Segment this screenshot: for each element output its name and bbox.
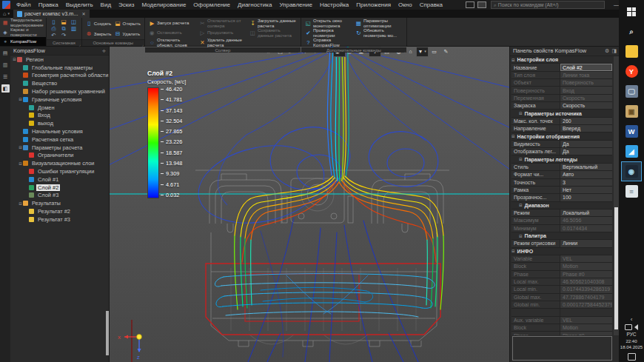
dock-panel-icon[interactable]: ◨ bbox=[611, 48, 617, 54]
property-section[interactable]: ⊟Диапазон bbox=[511, 202, 612, 210]
property-row[interactable]: Отображать лег...Да bbox=[511, 148, 612, 155]
properties-scrollbar[interactable] bbox=[614, 56, 619, 335]
remote-app[interactable]: 🖵 bbox=[622, 82, 641, 101]
tab-close-icon[interactable]: ✕ bbox=[82, 11, 86, 16]
menu-item-11[interactable]: Окно bbox=[395, 1, 416, 8]
window-preview-icon[interactable] bbox=[477, 1, 486, 8]
save-data-button[interactable]: ◫Сохранить данные расчета bbox=[249, 28, 297, 38]
menu-item-2[interactable]: Выделить bbox=[62, 1, 97, 8]
disconnect-button[interactable]: ✂Отключиться от солвера bbox=[199, 19, 246, 28]
property-row[interactable]: НазваниеСлой #2 bbox=[511, 64, 612, 71]
property-row[interactable]: ОбъектПоверхность bbox=[511, 79, 612, 87]
home-tab-button[interactable]: ⌂ ▼ bbox=[0, 10, 13, 17]
tree-panel-icon[interactable]: ◧ bbox=[1, 84, 10, 93]
property-row[interactable]: Тип слояЛинии тока bbox=[511, 72, 612, 79]
property-row[interactable]: РамкаНет bbox=[511, 187, 612, 194]
property-row[interactable]: PhasePhase #0 bbox=[511, 332, 612, 335]
group-expander-icon[interactable]: ⌟ bbox=[298, 49, 300, 53]
property-row[interactable]: РежимЛокальный bbox=[511, 210, 612, 217]
menu-item-8[interactable]: Управление bbox=[275, 1, 315, 8]
tray-expand-icon[interactable]: ‹ bbox=[631, 316, 633, 323]
property-row[interactable]: Local min.0.017443394286319 bbox=[511, 286, 612, 293]
help-button[interactable]: ?Справка KompasFlow bbox=[305, 38, 352, 47]
volume-icon[interactable] bbox=[634, 324, 638, 330]
group-expander-icon[interactable]: ⌟ bbox=[78, 42, 80, 47]
archive-app[interactable]: ▣ bbox=[622, 102, 641, 121]
tree-item[interactable]: Набор решаемых уравнений bbox=[10, 87, 109, 95]
property-section[interactable]: ⊟Настройки слоя bbox=[511, 56, 612, 64]
tree-item[interactable]: Глобальные параметры bbox=[10, 64, 109, 72]
property-row[interactable]: PhasePhase #0 bbox=[511, 271, 612, 278]
property-row[interactable]: Global min.0.00017275844523792 bbox=[511, 301, 612, 309]
collapse-icon[interactable]: ⊟ bbox=[18, 161, 23, 166]
tree-item[interactable]: Вещество bbox=[10, 79, 109, 87]
save-button[interactable]: ◫ bbox=[70, 19, 78, 25]
tree-item[interactable]: ⊟Результаты bbox=[10, 199, 109, 207]
refresh-geometry-button[interactable]: ↻Обновить геометрию мо... bbox=[355, 28, 403, 38]
run-button[interactable]: ▶Запуск расчета bbox=[149, 21, 196, 27]
params-panel-icon[interactable]: ▤ bbox=[1, 49, 10, 57]
tree-item[interactable]: Геометрия расчетной области bbox=[10, 72, 109, 80]
property-row[interactable]: Минимум0.0174434 bbox=[511, 225, 612, 232]
property-row[interactable]: Точность3 bbox=[511, 179, 612, 187]
explorer-app[interactable] bbox=[622, 42, 641, 61]
workspace-mode-1[interactable]: ◈Каркас и поверхности bbox=[0, 27, 46, 37]
frame-icon[interactable]: ▭ bbox=[429, 47, 440, 56]
property-section[interactable]: ⊟Параметры легенды bbox=[511, 155, 612, 163]
menu-item-12[interactable]: Справка bbox=[416, 1, 446, 8]
menu-item-4[interactable]: Эскиз bbox=[115, 1, 138, 8]
property-row[interactable]: Максимум46.5056 bbox=[511, 217, 612, 224]
notification-center-icon[interactable] bbox=[628, 353, 636, 361]
copy-button[interactable]: ⧉ bbox=[61, 26, 68, 32]
menu-item-1[interactable]: Правка bbox=[35, 1, 62, 8]
tree-item[interactable]: Результат #2 bbox=[10, 207, 109, 215]
annotate-icon[interactable]: ✎ bbox=[440, 47, 452, 56]
docs-button[interactable]: ▥ bbox=[70, 26, 78, 32]
tree-item[interactable]: Слой #1 bbox=[10, 175, 109, 184]
tree-item[interactable]: Ошибки триангуляции bbox=[10, 167, 109, 175]
app-logo-icon[interactable] bbox=[2, 1, 10, 9]
filter-icon[interactable]: ▼▼ bbox=[417, 47, 428, 56]
property-row[interactable]: СтильВертикальный bbox=[511, 164, 612, 171]
layers-refresh-button[interactable]: ◌Отключить обновл. слоев bbox=[149, 38, 196, 47]
workspace-mode-2[interactable]: ●KompasFlow bbox=[0, 37, 46, 46]
tree-item[interactable]: Результат #3 bbox=[10, 215, 109, 224]
3d-viewport[interactable]: X Z ⠿◳⌕▼⇱✎▼◐◉▼◎▼▣▼✥▤◍⌂▼▼▭✎ Слой #2 Скоро… bbox=[109, 46, 509, 362]
menu-item-0[interactable]: Файл bbox=[13, 1, 35, 8]
structure-panel-icon[interactable]: ▥ bbox=[1, 61, 10, 69]
property-row[interactable]: Режим отрисовкиЛинии bbox=[511, 240, 612, 247]
collapse-icon[interactable]: ⊟ bbox=[18, 97, 23, 101]
print-button[interactable]: ⎙ bbox=[50, 26, 58, 32]
language-indicator[interactable]: РУС bbox=[626, 332, 636, 337]
tree-item[interactable]: Вход bbox=[10, 112, 109, 120]
tree-item[interactable]: ⊟Параметры расчета bbox=[10, 144, 109, 152]
search-button[interactable]: ⌕ bbox=[622, 22, 641, 41]
clock-time[interactable]: 22:40 bbox=[625, 338, 637, 343]
tree-item[interactable]: ⊟Визуализационные слои bbox=[10, 159, 109, 167]
property-row[interactable]: ПеременнаяСкорость bbox=[511, 95, 612, 102]
menu-item-7[interactable]: Диагностика bbox=[234, 1, 275, 8]
tree-item[interactable]: ⊟Граничные условия bbox=[10, 95, 109, 104]
menu-item-3[interactable]: Вид bbox=[97, 1, 115, 8]
command-search-input[interactable]: ⌕ Поиск по командам (Alt+/) bbox=[491, 1, 605, 9]
property-row[interactable]: Формат чи...Авто bbox=[511, 171, 612, 178]
tree-item[interactable]: Домен bbox=[10, 104, 109, 112]
property-row[interactable]: ПоверхностьВход bbox=[511, 87, 612, 94]
redo-button[interactable]: ↷ bbox=[61, 33, 68, 38]
delete-data-button[interactable]: ✕Удалить данные расчета bbox=[199, 38, 246, 47]
group-expander-icon[interactable]: ⌟ bbox=[142, 42, 144, 47]
property-section[interactable]: ⊟Палитра bbox=[511, 232, 612, 240]
tree-item[interactable]: Слой #3 bbox=[10, 192, 109, 200]
menu-item-9[interactable]: Настройка bbox=[316, 1, 352, 8]
kompas-app[interactable]: ◉ bbox=[622, 162, 641, 181]
window-layout-icon[interactable] bbox=[466, 1, 474, 8]
notes-app[interactable]: ≡ bbox=[622, 182, 641, 201]
property-row[interactable]: ЗакраскаСкорость bbox=[511, 102, 612, 110]
delete-button[interactable]: ⊟Удалить bbox=[115, 31, 141, 37]
property-row[interactable]: Global max.47.728867404179 bbox=[511, 294, 612, 301]
menu-item-6[interactable]: Оформление bbox=[189, 1, 234, 8]
undo-button[interactable]: ↶ bbox=[50, 33, 58, 38]
start-button[interactable] bbox=[622, 2, 641, 21]
property-row[interactable]: ВидимостьДа bbox=[511, 141, 612, 148]
word-app[interactable]: W bbox=[622, 122, 641, 141]
